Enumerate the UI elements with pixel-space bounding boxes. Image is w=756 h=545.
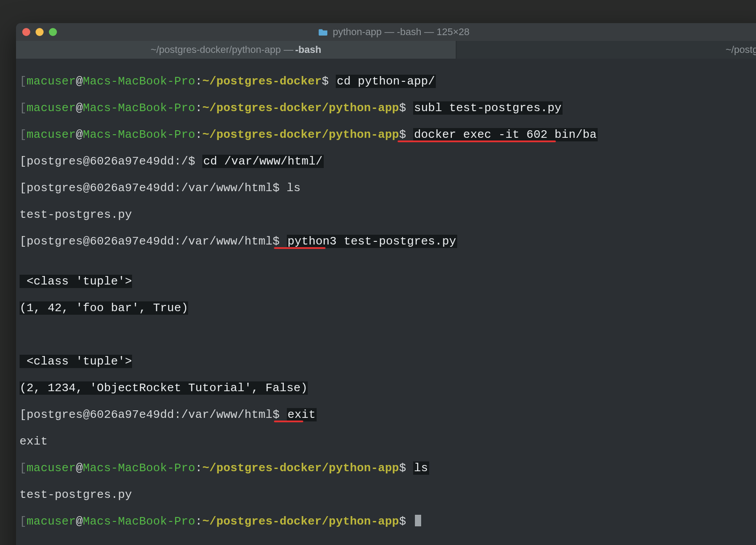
tab-active-bold: -bash [295,44,322,56]
close-icon[interactable] [22,28,30,36]
term-line-4: [postgres@6026a97e49dd:/$ cd /var/www/ht… [16,155,756,168]
traffic-lights [22,28,57,36]
annotation-underline-icon [398,140,556,142]
window-title: python-app — -bash — 125×28 [318,26,470,38]
term-line-2: [macuser@Macs-MacBook-Pro:~/postgres-doc… [16,101,756,115]
cursor-icon [415,515,421,526]
term-line-15: test-postgres.py [16,488,756,501]
maximize-icon[interactable] [49,28,57,36]
term-line-8: <class 'tuple'> [16,275,756,288]
tab-inactive-label: ~/postgres [726,44,756,56]
term-line-1: [macuser@Macs-MacBook-Pro:~/postgres-doc… [16,75,756,88]
annotation-underline-icon [274,247,326,249]
folder-icon [318,28,328,36]
term-line-3: [macuser@Macs-MacBook-Pro:~/postgres-doc… [16,128,756,141]
term-line-12: [postgres@6026a97e49dd:/var/www/html$ ex… [16,408,756,421]
terminal-body[interactable]: [macuser@Macs-MacBook-Pro:~/postgres-doc… [16,59,756,545]
annotation-underline-icon [274,421,303,422]
term-line-14: [macuser@Macs-MacBook-Pro:~/postgres-doc… [16,461,756,475]
term-line-7: [postgres@6026a97e49dd:/var/www/html$ py… [16,235,756,248]
tab-active[interactable]: ~/postgres-docker/python-app — -bash [16,41,456,59]
terminal-window: python-app — -bash — 125×28 ~/postgres-d… [16,23,756,545]
term-line-blank-2 [16,328,756,341]
term-line-16: [macuser@Macs-MacBook-Pro:~/postgres-doc… [16,515,756,528]
term-line-13: exit [16,435,756,448]
term-line-5: [postgres@6026a97e49dd:/var/www/html$ ls [16,181,756,195]
term-line-9: (1, 42, 'foo bar', True) [16,301,756,315]
titlebar[interactable]: python-app — -bash — 125×28 [16,23,756,41]
tab-active-prefix: ~/postgres-docker/python-app — [151,44,294,56]
tab-inactive[interactable]: ~/postgres [456,41,756,59]
term-line-6: test-postgres.py [16,208,756,221]
tabbar: ~/postgres-docker/python-app — -bash ~/p… [16,41,756,59]
window-title-text: python-app — -bash — 125×28 [333,26,470,38]
term-line-11: (2, 1234, 'ObjectRocket Tutorial', False… [16,381,756,395]
minimize-icon[interactable] [36,28,44,36]
term-line-10: <class 'tuple'> [16,355,756,368]
